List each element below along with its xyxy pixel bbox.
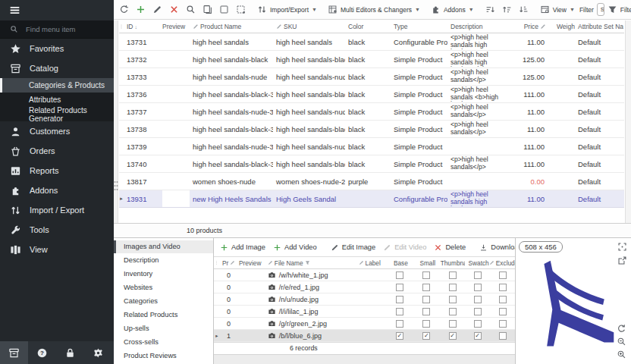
multi-editors-menu[interactable]: Multi Editors & Changers▼: [325, 2, 422, 17]
checkbox-swatch[interactable]: ✓: [474, 332, 482, 340]
addons-menu[interactable]: Addons▼: [429, 2, 476, 17]
product-row-13732[interactable]: 13732high heel sandals-blackhigh heel sa…: [119, 51, 624, 68]
zoom-in-icon[interactable]: [617, 350, 626, 359]
checkbox-exclude[interactable]: [499, 271, 507, 279]
image-row-g-r-green-2-jpg[interactable]: 0/g/r/green_2.jpg: [214, 318, 515, 330]
sort-az-button[interactable]: [482, 2, 498, 17]
panel-splitter[interactable]: [114, 20, 118, 223]
lock-button[interactable]: [56, 341, 84, 364]
checkbox-swatch[interactable]: [474, 296, 482, 303]
column-header-thumbna[interactable]: Thumbna: [440, 259, 465, 267]
sidebar-item-categories-products[interactable]: Categories & Products: [0, 78, 114, 93]
search-button[interactable]: [183, 2, 199, 17]
add-video-button[interactable]: Add Video: [270, 240, 320, 255]
checkbox-small[interactable]: [422, 296, 430, 303]
column-header-sku[interactable]: SKU: [273, 23, 345, 30]
product-row-13737[interactable]: 13737high heel sandals-nude-36high heel …: [119, 103, 624, 121]
sidebar-item-tools[interactable]: Tools: [0, 220, 114, 240]
open-external-icon[interactable]: [617, 256, 627, 265]
vertical-scrollbar[interactable]: [625, 20, 631, 223]
tab-categories[interactable]: Categories: [114, 295, 213, 308]
checkbox-exclude[interactable]: [499, 284, 507, 291]
checkbox-thumbna[interactable]: [449, 296, 457, 303]
column-header-pr[interactable]: Pr: [220, 259, 237, 267]
checkbox-small[interactable]: [422, 284, 430, 291]
sidebar-item-import-export[interactable]: Import / Export: [0, 200, 114, 220]
image-row-r-e-red-1-jpg[interactable]: 0/r/e/red_1.jpg: [214, 281, 515, 293]
category-filter-select[interactable]: Show products from selected categories▼: [597, 3, 604, 16]
check-products-button[interactable]: [216, 2, 232, 17]
tab-images-and-video[interactable]: Images and Video: [114, 240, 213, 253]
checkbox-swatch[interactable]: [474, 308, 482, 315]
filters-menu[interactable]: Filters▼: [605, 2, 631, 17]
checkbox-thumbna[interactable]: [449, 284, 457, 291]
product-row-13817[interactable]: 13817women shoes-nudewomen shoes-nude-2p…: [119, 173, 624, 190]
sidebar-item-reports[interactable]: Reports: [0, 161, 114, 180]
image-row-n-u-nude-jpg[interactable]: 0/n/u/nude.jpg: [214, 293, 515, 306]
column-header-color[interactable]: Color: [345, 23, 391, 30]
image-row-l-i-lilac-1-jpg[interactable]: 0/l/i/lilac_1.jpg: [214, 306, 515, 318]
checkbox-exclude[interactable]: [499, 308, 507, 315]
checkbox-swatch[interactable]: [474, 284, 482, 291]
settings-button[interactable]: [84, 341, 112, 364]
tab-related-products[interactable]: Related Products: [114, 309, 213, 322]
delete-product-button[interactable]: [166, 2, 182, 17]
import-export-menu[interactable]: Import/Export▼: [255, 2, 319, 17]
checkbox-thumbna[interactable]: ✓: [449, 332, 457, 340]
column-header-weight[interactable]: Weight: [554, 23, 575, 30]
checkbox-small[interactable]: ✓: [422, 332, 430, 340]
add-product-button[interactable]: [133, 2, 149, 17]
column-header-swatch[interactable]: Swatch: [465, 259, 490, 267]
delete-image-button[interactable]: Delete: [431, 240, 469, 255]
checkbox-base[interactable]: [396, 308, 403, 315]
column-header-id[interactable]: ID↓: [124, 23, 159, 30]
tab-inventory[interactable]: Inventory: [114, 268, 213, 281]
product-row-13740[interactable]: 13740high heel sandals-black-38high heel…: [119, 155, 624, 173]
checkbox-thumbna[interactable]: [449, 308, 457, 315]
tab-product-reviews[interactable]: Product Reviews: [114, 350, 213, 362]
checkbox-thumbna[interactable]: [449, 271, 457, 279]
zoom-out-icon[interactable]: [617, 337, 626, 347]
tab-cross-sells[interactable]: Cross-sells: [114, 336, 213, 349]
sidebar-item-attributes[interactable]: Attributes: [0, 93, 114, 107]
checkbox-small[interactable]: [422, 271, 430, 279]
image-row-w-h-white-1-jpg[interactable]: 0/w/h/white_1.jpg: [214, 269, 515, 281]
sort-descending-button[interactable]: [516, 2, 532, 17]
checkbox-exclude[interactable]: [499, 296, 507, 303]
product-row-13733[interactable]: 13733high heel sandals-nudehigh heel san…: [119, 68, 624, 86]
checkbox-exclude[interactable]: [499, 332, 507, 340]
download-image-button[interactable]: Download Image: [476, 240, 515, 255]
column-header-small[interactable]: Small: [413, 259, 440, 267]
grip-handle-icon[interactable]: [113, 180, 119, 192]
product-row-13738[interactable]: 13738high heel sandals-black-37high heel…: [119, 121, 624, 138]
checkbox-base[interactable]: [396, 271, 403, 279]
checkbox-base[interactable]: [396, 284, 403, 291]
sidebar-item-catalog[interactable]: Catalog: [0, 58, 114, 78]
column-header-exclude[interactable]: Exclude: [490, 259, 515, 267]
catalog-button[interactable]: [0, 341, 28, 364]
sidebar-item-orders[interactable]: Orders: [0, 141, 114, 161]
checkbox-swatch[interactable]: [474, 271, 482, 279]
hamburger-menu-icon[interactable]: [8, 4, 21, 17]
menu-search-input[interactable]: [24, 24, 100, 34]
add-image-button[interactable]: Add Image: [217, 240, 268, 255]
column-header-description[interactable]: Description: [447, 23, 499, 30]
fullscreen-icon[interactable]: [617, 242, 627, 252]
product-row-13931[interactable]: ▸13931new High Heels SandalsHigh Geels S…: [119, 190, 624, 208]
product-row-13739[interactable]: 13739high heel sandals-nude-37high heel …: [119, 138, 624, 155]
sort-ascending-button[interactable]: [499, 2, 515, 17]
tab-description[interactable]: Description: [114, 254, 213, 267]
checkbox-small[interactable]: [422, 320, 430, 328]
column-header-base[interactable]: Base: [386, 259, 413, 267]
column-header-type[interactable]: Type: [391, 23, 447, 30]
edit-video-button[interactable]: Edit Video: [380, 240, 429, 255]
rotate-icon[interactable]: [617, 324, 626, 334]
sidebar-item-addons[interactable]: Addons: [0, 180, 114, 200]
edit-product-button[interactable]: [149, 2, 165, 17]
column-header-attribute-set-name[interactable]: Attribute Set Name: [575, 23, 623, 30]
tab-up-sells[interactable]: Up-sells: [114, 322, 213, 335]
column-header-product-name[interactable]: Product Name: [190, 23, 273, 30]
product-row-13731[interactable]: 13731high heel sandalshigh heel sandalsb…: [119, 33, 624, 51]
duplicate-button[interactable]: [199, 2, 215, 17]
column-header-preview[interactable]: Preview: [159, 23, 190, 30]
